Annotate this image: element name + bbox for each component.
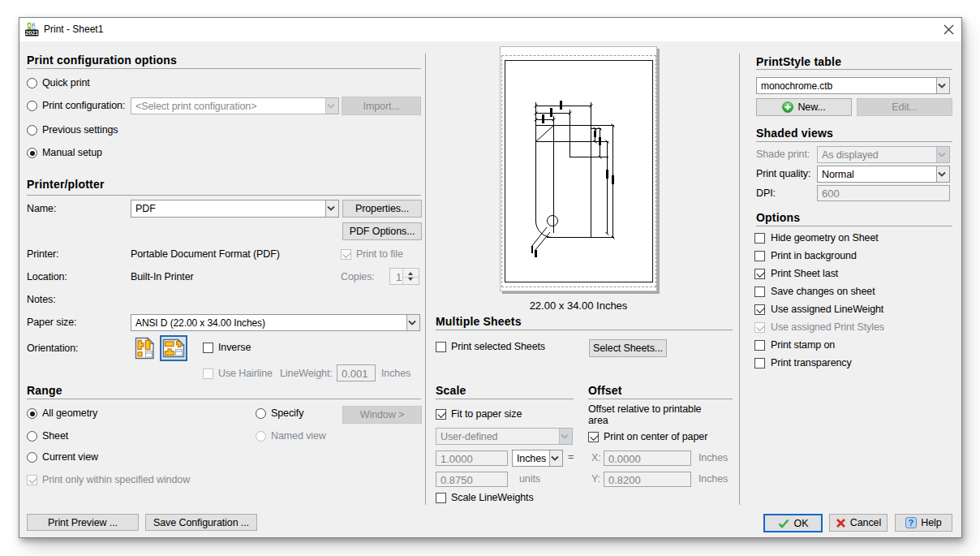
svg-text:?: ?: [909, 518, 913, 528]
svg-text:2021: 2021: [25, 29, 38, 37]
